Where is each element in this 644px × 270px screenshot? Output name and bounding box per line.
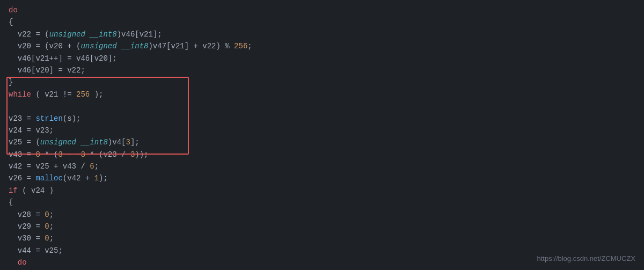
code-line-18: v28 = 0; <box>9 209 635 221</box>
watermark: https://blog.csdn.net/ZCMUCZX <box>537 253 635 265</box>
code-line-7: } <box>9 76 635 88</box>
code-line-2: { <box>9 16 635 28</box>
code-line-8: while ( v21 != 256 ); <box>9 89 635 100</box>
code-line-4: v20 = (v20 + (unsigned __int8)v47[v21] +… <box>9 40 635 52</box>
code-line-17: { <box>9 196 635 208</box>
code-line-3: v22 = (unsigned __int8)v46[v21]; <box>9 28 635 40</box>
code-line-11: v24 = v23; <box>9 125 635 136</box>
code-line-14: v42 = v25 + v43 / 6; <box>9 160 635 172</box>
code-editor: do { v22 = (unsigned __int8)v46[v21]; v2… <box>0 0 644 270</box>
code-line-15: v26 = malloc(v42 + 1); <box>9 172 635 184</box>
code-line-6: v46[v20] = v22; <box>9 64 635 76</box>
code-line-1: do <box>9 4 635 16</box>
code-line-5: v46[v21++] = v46[v20]; <box>9 53 635 64</box>
code-line-16: if ( v24 ) <box>9 185 635 196</box>
code-line-20: v30 = 0; <box>9 232 635 244</box>
code-line-13: v43 = 8 * (3 - -3 * (v23 / 3)); <box>9 149 635 160</box>
code-line-9 <box>9 100 635 112</box>
code-line-10: v23 = strlen(s); <box>9 113 635 125</box>
code-line-19: v29 = 0; <box>9 221 635 232</box>
code-line-12: v25 = (unsigned __int8)v4[3]; <box>9 136 635 148</box>
